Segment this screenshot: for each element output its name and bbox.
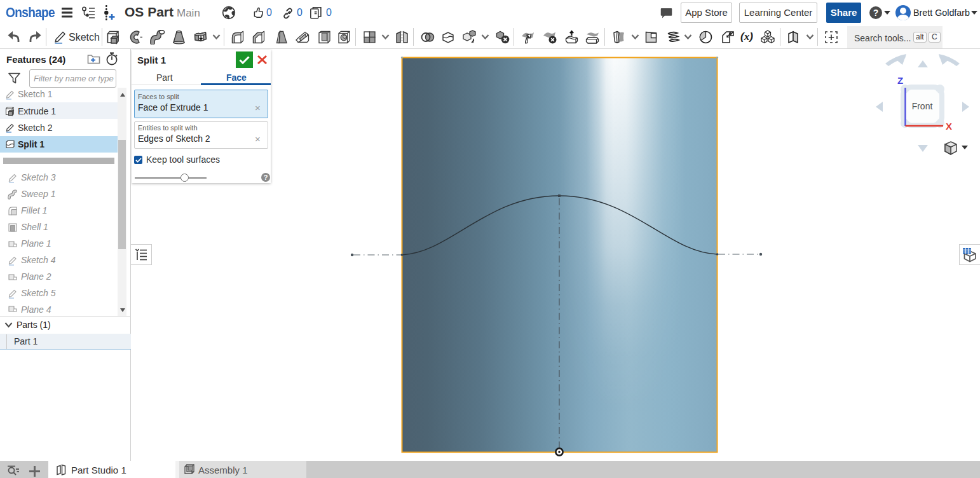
svg-text:Front: Front — [912, 101, 933, 111]
svg-text:Z: Z — [897, 75, 903, 86]
svg-text:X: X — [946, 121, 952, 132]
